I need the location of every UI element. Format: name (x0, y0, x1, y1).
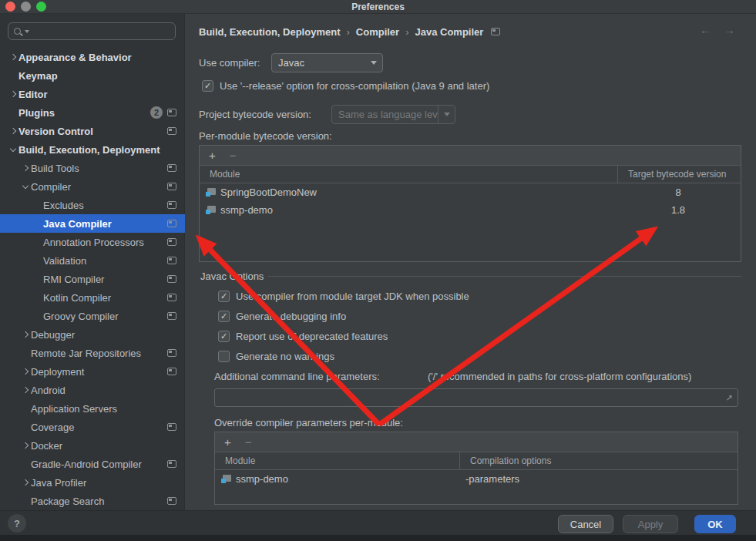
chevron-right-icon[interactable] (8, 92, 18, 96)
window-title: Preferences (0, 2, 756, 12)
sidebar-item-kotlin-compiler[interactable]: Kotlin Compiler (0, 288, 185, 307)
minimize-window-button[interactable] (21, 2, 31, 12)
sidebar-item-label: Gradle-Android Compiler (31, 459, 167, 470)
checkbox-checked-icon[interactable]: ✓ (218, 331, 230, 342)
history-nav: ← → (700, 23, 735, 36)
cancel-button[interactable]: Cancel (558, 515, 613, 533)
chevron-right-icon[interactable] (20, 369, 31, 374)
column-header[interactable]: Module (215, 452, 459, 469)
ok-button[interactable]: OK (694, 515, 736, 533)
sidebar-item-build-execution-deployment[interactable]: Build, Execution, Deployment (0, 140, 185, 159)
module-cell: ssmp-demo (215, 473, 459, 485)
javac-option-checkbox-report-use-of-deprecated-featu[interactable]: ✓Report use of deprecated features (218, 331, 388, 342)
sidebar-item-application-servers[interactable]: Application Servers (0, 399, 185, 418)
sidebar-item-compiler[interactable]: Compiler (0, 177, 185, 196)
sidebar-item-deployment[interactable]: Deployment (0, 362, 185, 381)
sidebar-item-label: Plugins (18, 107, 150, 119)
traffic-lights (5, 2, 46, 12)
sidebar-item-annotation-processors[interactable]: Annotation Processors (0, 233, 185, 251)
expand-field-icon[interactable]: ↗ (724, 393, 734, 402)
sidebar-item-java-profiler[interactable]: Java Profiler (0, 473, 185, 492)
checkbox-checked-icon[interactable]: ✓ (218, 311, 230, 322)
chevron-right-icon[interactable] (20, 166, 31, 170)
checkbox-unchecked-icon[interactable] (218, 351, 230, 362)
chevron-right-icon[interactable] (20, 480, 31, 485)
sidebar-item-label: Package Search (31, 496, 167, 507)
add-icon[interactable]: + (224, 436, 231, 448)
chevron-down-icon[interactable] (8, 149, 18, 151)
release-option-checkbox[interactable]: ✓ Use '--release' option for cross-compi… (202, 80, 489, 92)
checkbox-checked-icon[interactable]: ✓ (202, 80, 213, 92)
value-cell[interactable]: 8 (617, 186, 739, 198)
cmdline-input[interactable]: ↗ (214, 388, 738, 407)
sidebar-item-build-tools[interactable]: Build Tools (0, 159, 185, 177)
sidebar-item-label: Coverage (31, 422, 167, 433)
sidebar-item-remote-jar-repositories[interactable]: Remote Jar Repositories (0, 344, 185, 362)
sidebar-item-gradle-android-compiler[interactable]: Gradle-Android Compiler (0, 455, 185, 473)
close-window-button[interactable] (5, 2, 15, 12)
sidebar-item-keymap[interactable]: Keymap (0, 66, 185, 85)
use-compiler-select[interactable]: Javac (271, 53, 383, 72)
javac-option-checkbox-generate-debugging-info[interactable]: ✓Generate debugging info (218, 311, 346, 322)
javac-option-checkbox-use-compiler-from-module-targe[interactable]: ✓Use compiler from module target JDK whe… (218, 291, 469, 302)
table-row[interactable]: ssmp-demo-parameters (215, 470, 738, 488)
value-cell[interactable]: -parameters (459, 473, 736, 485)
table-row[interactable]: SpringBootDemoNew8 (200, 183, 741, 201)
forward-icon[interactable]: → (724, 23, 735, 36)
settings-page-icon (167, 423, 176, 431)
table-row[interactable]: ssmp-demo1.8 (200, 201, 741, 219)
sidebar-item-coverage[interactable]: Coverage (0, 418, 185, 436)
project-bytecode-label: Project bytecode version: (199, 109, 311, 120)
chevron-right-icon[interactable] (20, 443, 31, 448)
sidebar-item-java-compiler[interactable]: Java Compiler (0, 214, 185, 233)
checkbox-label: Report use of deprecated features (236, 331, 388, 342)
project-bytecode-select[interactable]: Same as language level (331, 105, 455, 124)
chevron-right-icon[interactable] (8, 55, 18, 59)
remove-icon[interactable]: − (230, 150, 237, 161)
sidebar-item-android[interactable]: Android (0, 381, 185, 399)
chevron-right-icon[interactable] (20, 388, 31, 392)
column-header[interactable]: Compilation options (459, 452, 736, 469)
checkbox-checked-icon[interactable]: ✓ (218, 291, 230, 302)
sidebar-item-validation[interactable]: Validation (0, 251, 185, 270)
breadcrumb-segment[interactable]: Java Compiler (415, 26, 484, 38)
sidebar-item-label: Keymap (18, 70, 185, 82)
sidebar-item-groovy-compiler[interactable]: Groovy Compiler (0, 307, 185, 325)
add-icon[interactable]: + (209, 150, 216, 161)
plugins-count-badge: 2 (150, 106, 163, 119)
zoom-window-button[interactable] (36, 2, 46, 12)
cmdline-note: ('/' recommended in paths for cross-plat… (428, 371, 691, 382)
breadcrumb-segment[interactable]: Compiler (356, 26, 399, 38)
sidebar-item-debugger[interactable]: Debugger (0, 325, 185, 344)
settings-search-input[interactable] (8, 22, 176, 40)
sidebar-item-version-control[interactable]: Version Control (0, 122, 185, 140)
sidebar-item-rmi-compiler[interactable]: RMI Compiler (0, 270, 185, 288)
sidebar-item-editor[interactable]: Editor (0, 85, 185, 103)
breadcrumb-segment[interactable]: Build, Execution, Deployment (199, 26, 340, 38)
cmdline-label: Additional command line parameters: (214, 371, 380, 382)
sidebar-item-appearance-behavior[interactable]: Appearance & Behavior (0, 48, 185, 66)
sidebar-item-docker[interactable]: Docker (0, 436, 185, 455)
settings-page-icon (167, 349, 176, 357)
sidebar-item-plugins[interactable]: Plugins2 (0, 103, 185, 122)
search-options-caret-icon[interactable] (25, 30, 29, 33)
module-name: SpringBootDemoNew (220, 186, 317, 198)
sidebar-item-package-search[interactable]: Package Search (0, 492, 185, 510)
column-header[interactable]: Module (200, 166, 617, 183)
javac-option-checkbox-generate-no-warnings[interactable]: Generate no warnings (218, 351, 334, 362)
help-button[interactable]: ? (8, 514, 26, 533)
value-cell[interactable]: 1.8 (617, 204, 739, 216)
chevron-down-icon (365, 61, 382, 65)
chevron-right-icon[interactable] (8, 129, 18, 133)
chevron-right-icon[interactable] (20, 332, 31, 337)
remove-icon[interactable]: − (245, 436, 252, 448)
back-icon[interactable]: ← (700, 23, 711, 36)
chevron-down-icon[interactable] (20, 186, 31, 188)
breadcrumb-separator: › (405, 26, 408, 38)
apply-button[interactable]: Apply (623, 515, 678, 533)
settings-page-icon (167, 164, 176, 172)
sidebar-item-excludes[interactable]: Excludes (0, 196, 185, 214)
column-header[interactable]: Target bytecode version (617, 166, 739, 183)
use-compiler-label: Use compiler: (199, 57, 260, 69)
sidebar-item-label: Java Compiler (43, 218, 167, 230)
